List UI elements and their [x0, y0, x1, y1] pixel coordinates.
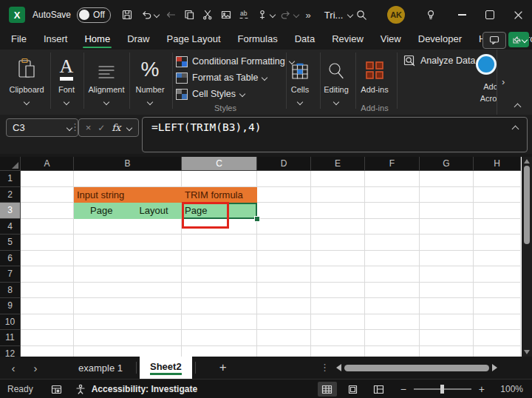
grid-cell-C8[interactable] — [182, 283, 257, 299]
grid-cell-D1[interactable] — [257, 171, 311, 187]
cut-icon[interactable] — [199, 5, 217, 24]
grid-cell-D11[interactable] — [257, 330, 311, 346]
adobe-acrobat-button[interactable]: Ado Acrob — [468, 50, 497, 115]
name-box[interactable]: C3 — [6, 118, 78, 137]
grid-cell-B5[interactable] — [74, 235, 182, 251]
grid-cell-H8[interactable] — [474, 283, 521, 299]
grid-cell-A6[interactable] — [21, 251, 74, 267]
format-as-table-button[interactable]: Format as Table — [176, 71, 267, 84]
grid-cell-G4[interactable] — [420, 219, 474, 235]
grid-cell-F10[interactable] — [365, 314, 420, 331]
grid-cell-A11[interactable] — [21, 330, 74, 346]
grid-cell-D2[interactable] — [257, 187, 311, 203]
row-header-10[interactable]: 10 — [0, 314, 21, 331]
grid-cell-E2[interactable] — [311, 187, 365, 203]
grid-cell-C11[interactable] — [182, 330, 257, 346]
scroll-down-icon[interactable] — [524, 350, 530, 354]
grid-cell-H4[interactable] — [474, 219, 521, 235]
minimize-button[interactable] — [450, 5, 474, 24]
save-icon[interactable] — [118, 5, 137, 24]
grid-cell-B1[interactable] — [74, 171, 182, 187]
vertical-scrollbar[interactable] — [522, 157, 532, 357]
cell-B2[interactable]: Input string — [74, 187, 182, 203]
sheet-tab-example1[interactable]: example 1 — [65, 362, 136, 374]
grid-cell-A7[interactable] — [21, 266, 74, 283]
row-header-8[interactable]: 8 — [0, 283, 21, 299]
tab-view[interactable]: View — [379, 30, 403, 49]
close-button[interactable] — [507, 5, 531, 24]
cancel-icon[interactable]: × — [86, 122, 92, 133]
grid-cell-A1[interactable] — [21, 171, 74, 187]
grid-cell-D6[interactable] — [257, 251, 311, 267]
insert-function-icon[interactable]: fx — [112, 122, 120, 133]
grid-cell-F6[interactable] — [365, 251, 420, 267]
undo-button[interactable] — [138, 5, 162, 24]
grid-cell-B8[interactable] — [74, 283, 182, 299]
grid-cell-F11[interactable] — [365, 330, 420, 346]
grid-cell-A9[interactable] — [21, 298, 74, 314]
tab-insert[interactable]: Insert — [42, 30, 69, 49]
sheet-tab-sheet2[interactable]: Sheet2 — [140, 357, 192, 379]
row-header-2[interactable]: 2 — [0, 187, 21, 203]
grid-cell-F4[interactable] — [365, 219, 420, 235]
grid-cell-C6[interactable] — [182, 251, 257, 267]
collapse-ribbon-icon[interactable] — [514, 104, 522, 111]
grid-cell-H3[interactable] — [474, 203, 521, 219]
grid-cell-D8[interactable] — [257, 283, 311, 299]
cell-B3[interactable]: Page Layout — [74, 203, 182, 219]
select-all-corner[interactable] — [0, 157, 21, 171]
grid-cell-B9[interactable] — [74, 298, 182, 314]
grid-cell-H10[interactable] — [474, 314, 521, 331]
search-icon[interactable] — [352, 5, 371, 24]
grid-cell-H1[interactable] — [474, 171, 521, 187]
grid-cell-C1[interactable] — [182, 171, 257, 187]
grid-cell-B6[interactable] — [74, 251, 182, 267]
grid-cell-F8[interactable] — [365, 283, 420, 299]
grid-cell-D3[interactable] — [257, 203, 311, 219]
grid-cell-G6[interactable] — [420, 251, 474, 267]
tab-formulas[interactable]: Formulas — [236, 30, 279, 49]
grid-cell-F3[interactable] — [365, 203, 420, 219]
grid-cell-F7[interactable] — [365, 266, 420, 283]
grid-cell-E10[interactable] — [311, 314, 365, 331]
touch-mode-icon[interactable] — [253, 5, 277, 24]
grid-cell-C7[interactable] — [182, 266, 257, 283]
scroll-up-icon[interactable] — [524, 159, 530, 163]
paste-picture-icon[interactable] — [216, 5, 235, 24]
row-header-4[interactable]: 4 — [0, 219, 21, 235]
fill-handle[interactable] — [254, 216, 260, 222]
vertical-scrollbar-thumb[interactable] — [524, 166, 530, 244]
page-break-preview-button[interactable] — [369, 382, 389, 397]
grid-cell-H2[interactable] — [474, 187, 521, 203]
column-header-D[interactable]: D — [257, 157, 311, 171]
grid-cell-E1[interactable] — [311, 171, 365, 187]
grid-cell-A4[interactable] — [21, 219, 74, 235]
grid-cell-G2[interactable] — [420, 187, 474, 203]
copy-icon[interactable] — [180, 5, 199, 24]
grid-cell-B11[interactable] — [74, 330, 182, 346]
grid-cell-F9[interactable] — [365, 298, 420, 314]
grid-cell-E5[interactable] — [311, 235, 365, 251]
grid-cell-E7[interactable] — [311, 266, 365, 283]
zoom-slider-thumb[interactable] — [440, 385, 444, 394]
grid-cell-E8[interactable] — [311, 283, 365, 299]
cells-group-button[interactable]: Cells — [282, 54, 318, 107]
tab-page-layout[interactable]: Page Layout — [166, 30, 222, 49]
scroll-left-icon[interactable] — [336, 364, 341, 371]
row-header-5[interactable]: 5 — [0, 235, 21, 251]
column-header-B[interactable]: B — [74, 157, 182, 171]
grid-cell-G9[interactable] — [420, 298, 474, 314]
grid-cell-F1[interactable] — [365, 171, 420, 187]
account-avatar[interactable]: AK — [387, 6, 405, 24]
sheet-tab-menu-icon[interactable]: ⋮ — [320, 362, 330, 373]
grid-cell-G8[interactable] — [420, 283, 474, 299]
column-header-F[interactable]: F — [365, 157, 420, 171]
column-header-E[interactable]: E — [311, 157, 365, 171]
grid-cell-B4[interactable] — [74, 219, 182, 235]
accessibility-status[interactable]: Accessibility: Investigate — [92, 384, 197, 394]
autosave-toggle[interactable]: Off — [77, 7, 111, 23]
grid-cell-A2[interactable] — [21, 187, 74, 203]
analyze-data-button[interactable]: Analyze Data — [403, 55, 475, 67]
grid-cell-D7[interactable] — [257, 266, 311, 283]
lightbulb-icon[interactable] — [421, 5, 440, 24]
